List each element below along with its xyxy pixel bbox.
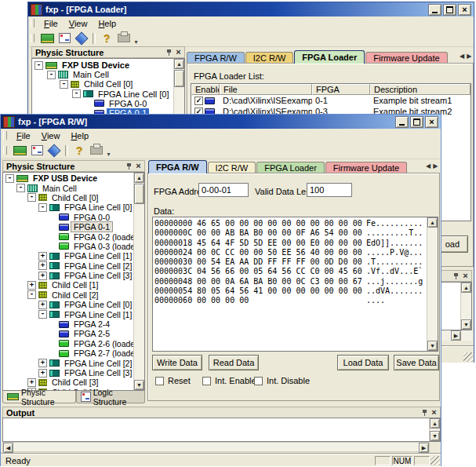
tab-physic-structure[interactable]: Physic Structure [2,391,76,403]
valid-data-length-input[interactable] [307,183,352,197]
expander-icon[interactable] [27,290,36,299]
tree-item[interactable]: FPGA Line Cell [1] [3,251,144,261]
tab-scroll-right-icon[interactable]: ▶ [467,53,471,60]
menu-file[interactable]: File [38,18,64,29]
titlebar[interactable]: fxp - [FPGA Loader] [28,2,474,16]
tree-item[interactable]: FPGA Line Cell [2] [3,358,144,367]
tab-fpga-loader[interactable]: FPGA Loader [256,162,325,173]
expander-icon[interactable] [38,301,47,309]
scroll-right-icon[interactable] [419,443,429,453]
expander-icon[interactable] [5,174,14,183]
tab-i2c-rw[interactable]: I2C R/W [245,52,294,64]
tab-firmware-update[interactable]: Firmware Update [325,162,407,173]
column-file[interactable]: File [220,84,312,95]
tree-item[interactable]: Child Cell [2] [3,290,144,300]
resize-grip[interactable] [463,352,473,362]
expander-icon[interactable] [27,378,36,387]
scroll-up-icon[interactable] [461,283,471,293]
toolbar-overflow-button[interactable] [133,31,140,46]
int-disable-checkbox[interactable] [254,377,263,385]
menu-help[interactable]: Help [93,18,122,29]
tab-scroll-left-icon[interactable]: ◀ [426,162,431,170]
pin-icon[interactable] [126,162,133,170]
table-row[interactable]: D:\cad\Xilinx\ISEexamples... 0-1 Example… [191,95,471,106]
scroll-down-icon[interactable] [430,431,440,441]
tab-fpga-rw[interactable]: FPGA R/W [148,160,207,173]
tree-item[interactable]: Main Cell [3,183,144,192]
int-enable-checkbox[interactable] [202,377,211,385]
tab-firmware-update[interactable]: Firmware Update [365,52,447,64]
tree-item[interactable]: FPGA 2-5 [3,329,144,338]
reset-checkbox[interactable] [155,377,164,385]
expander-icon[interactable] [38,252,47,261]
tree-item[interactable]: FPGA Line Cell [2] [3,261,144,271]
close-icon[interactable] [462,272,469,279]
pin-icon[interactable] [422,409,428,416]
tree-item[interactable]: FPGA Line Cell [0] [3,300,144,309]
load-data-button[interactable]: Load Data [337,355,389,370]
fpga-address-input[interactable] [198,183,249,197]
scroll-up-icon[interactable] [430,418,440,429]
tree-item[interactable]: FPGA Line Cell [3] [3,368,144,378]
menu-help[interactable]: Help [65,130,94,141]
read-data-button[interactable]: Read Data [209,355,259,370]
tree-scrollbar[interactable] [133,173,144,390]
tab-scroll-arrows[interactable]: ◀▶ [426,162,438,170]
expander-icon[interactable] [38,310,47,319]
tree-item[interactable]: FPGA 0-0 [3,213,144,222]
hex-scrollbar[interactable] [427,217,438,351]
close-button[interactable] [425,116,438,128]
scroll-up-icon[interactable] [134,173,144,183]
write-data-button[interactable]: Write Data [152,355,202,370]
tab-logic-structure[interactable]: Logic Structure [76,391,145,403]
save-data-button[interactable]: Save Data [394,355,439,370]
enable-checkbox[interactable] [194,97,203,105]
column-enable[interactable]: Enable [191,84,220,95]
tab-scroll-arrows[interactable]: ◀▶ [460,53,471,60]
tree-item[interactable]: FPGA 2-6 (loaded) [3,339,144,348]
close-icon[interactable] [135,162,142,170]
print-button[interactable] [88,143,105,158]
close-button[interactable] [458,4,471,16]
tree-item[interactable]: FXP USB Device [3,173,144,183]
resize-grip[interactable] [431,456,440,465]
minimize-button[interactable] [428,4,441,16]
tree-item[interactable]: Main Cell [32,70,184,79]
help-button[interactable] [71,143,88,158]
close-icon[interactable] [431,409,438,416]
help-button[interactable] [98,31,115,46]
scroll-left-icon[interactable] [3,443,13,453]
close-icon[interactable] [175,49,182,56]
expander-icon[interactable] [16,184,25,192]
pin-icon[interactable] [453,272,460,279]
scroll-right-icon[interactable] [451,330,461,341]
menu-view[interactable]: View [64,18,93,29]
expander-icon[interactable] [60,80,68,89]
scroll-up-icon[interactable] [174,59,184,69]
logic-screen-button[interactable] [28,143,45,158]
expander-icon[interactable] [47,71,56,79]
column-fpga-address[interactable]: FPGA Address [312,84,370,95]
column-description[interactable]: Description [370,84,471,95]
tab-i2c-rw[interactable]: I2C R/W [208,162,256,173]
device-card-button[interactable] [38,31,56,46]
menu-file[interactable]: File [11,130,36,141]
toolbar-overflow-button[interactable] [105,143,112,158]
output-h-scrollbar[interactable] [2,442,430,452]
diamond-button[interactable] [73,31,90,46]
tab-scroll-left-icon[interactable]: ◀ [460,53,464,60]
tree-item[interactable]: FPGA 0-3 (loaded) [3,242,144,251]
scroll-thumb[interactable] [134,184,144,204]
expander-icon[interactable] [27,281,36,290]
device-card-button[interactable] [11,143,28,158]
tree-item[interactable]: Child Cell [0] [32,79,184,89]
diamond-button[interactable] [45,143,63,158]
tree-item[interactable]: FPGA Line Cell [3] [3,271,144,280]
hex-data-area[interactable]: 0000000046 65 00 00 00 00 00 00 00 00 00… [152,217,438,352]
expander-icon[interactable] [27,193,36,202]
tree-item[interactable]: FPGA 2-4 [3,319,144,329]
titlebar[interactable]: fxp - [FPGA R/W] [1,115,441,129]
output-view[interactable] [2,418,441,442]
tab-fpga-rw[interactable]: FPGA R/W [187,52,245,64]
tree-item[interactable]: FPGA Line Cell [0] [3,202,144,212]
